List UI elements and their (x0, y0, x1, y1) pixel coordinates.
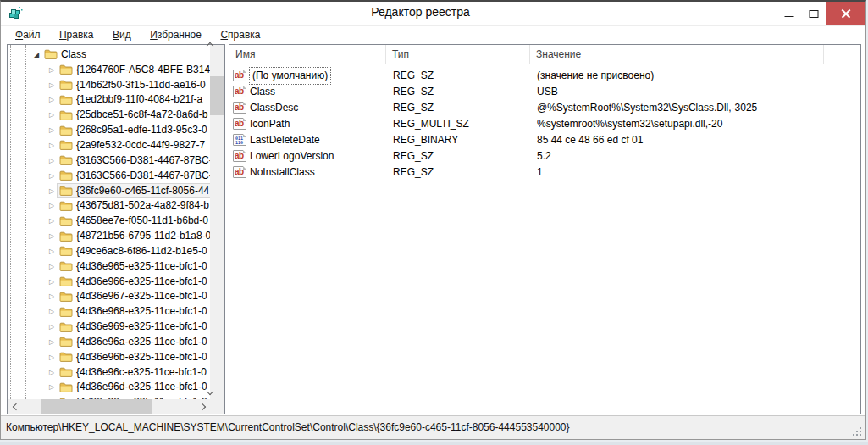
tree-expander-icon[interactable] (47, 245, 57, 257)
tree-item[interactable]: {1ed2bbf9-11f0-4084-b21f-a (8, 92, 210, 108)
tree-vertical-scrollbar[interactable] (210, 45, 224, 399)
tree-item[interactable]: {4658ee7e-f050-11d1-b6bd-0 (8, 213, 210, 228)
tree-horizontal-scrollbar[interactable] (8, 399, 210, 414)
column-header-value[interactable]: Значение (530, 45, 824, 64)
tree-item-label: {14b62f50-3f15-11dd-ae16-0 (76, 79, 206, 91)
registry-value-row[interactable]: Class REG_SZ USB (229, 84, 860, 100)
value-data: %systemroot%\system32\setupapi.dll,-20 (537, 116, 857, 132)
tree-item[interactable]: {25dbce51-6c8f-4a72-8a6d-b (8, 107, 210, 122)
vertical-scrollbar-thumb[interactable] (210, 76, 224, 115)
value-name: NoInstallClass (250, 164, 384, 181)
value-type: REG_MULTI_SZ (393, 116, 527, 132)
tree-expander-icon[interactable] (47, 214, 57, 226)
tree-item[interactable]: {4d36e96d-e325-11ce-bfc1-0 (8, 380, 210, 395)
scroll-right-button[interactable] (196, 399, 210, 414)
tree-item[interactable]: {3163C566-D381-4467-87BC- (8, 153, 210, 168)
column-header-row: Имя Тип Значение (229, 45, 860, 64)
tree-item[interactable]: {14b62f50-3f15-11dd-ae16-0 (8, 77, 210, 92)
tree-expander-icon[interactable] (47, 124, 57, 136)
value-name: LowerLogoVersion (250, 148, 384, 164)
tree-item-label: {2a9fe532-0cdc-44f9-9827-7 (76, 139, 205, 151)
tree-item-label: {4d36e966-e325-11ce-bfc1-0 (76, 275, 207, 287)
registry-value-row[interactable]: (По умолчанию) REG_SZ (значение не присв… (229, 68, 860, 84)
tree-item[interactable]: {4d36e966-e325-11ce-bfc1-0 (8, 274, 210, 289)
title-bar[interactable]: Редактор реестра (1, 2, 865, 25)
tree-expander-icon[interactable] (47, 366, 57, 378)
value-name: IconPath (250, 116, 384, 132)
folder-icon (59, 94, 73, 105)
tree-item[interactable]: {48721b56-6795-11d2-b1a8-0 (8, 228, 210, 243)
tree-item[interactable]: {43675d81-502a-4a82-9f84-b (8, 197, 210, 213)
tree-item[interactable]: {2a9fe532-0cdc-44f9-9827-7 (8, 137, 210, 153)
registry-value-row[interactable]: ClassDesc REG_SZ @%SystemRoot%\System32\… (229, 100, 860, 116)
tree-expander-icon[interactable] (47, 154, 57, 166)
tree-expander-icon[interactable] (47, 139, 57, 151)
folder-icon (44, 48, 58, 59)
tree-item[interactable]: Class (8, 47, 210, 62)
minimize-icon (784, 16, 793, 17)
menu-bar: Файл Правка Вид Избранное Справка (1, 25, 865, 44)
column-header-type[interactable]: Тип (386, 45, 530, 64)
string-value-icon (233, 118, 246, 130)
tree-item-label: Class (61, 48, 86, 60)
tree-expander-icon[interactable] (47, 230, 57, 242)
tree-item[interactable]: {4d36e968-e325-11ce-bfc1-0 (8, 303, 210, 319)
tree-expander-icon[interactable] (47, 260, 57, 272)
registry-value-row[interactable]: NoInstallClass REG_SZ 1 (229, 164, 860, 181)
scroll-up-button[interactable] (210, 45, 224, 59)
registry-value-row[interactable]: LastDeleteDate REG_BINARY 85 44 ce 48 66… (229, 132, 860, 148)
tree-expander-icon[interactable] (47, 108, 57, 120)
menu-item[interactable]: Вид (105, 26, 139, 41)
value-type: REG_SZ (393, 148, 527, 164)
resize-grip-icon[interactable] (853, 426, 862, 436)
tree-expander-icon[interactable] (47, 290, 57, 302)
tree-item[interactable]: {4d36e969-e325-11ce-bfc1-0 (8, 319, 210, 334)
menu-item[interactable]: Правка (52, 26, 102, 41)
column-header-name[interactable]: Имя (229, 45, 386, 64)
tree-expander-icon[interactable] (47, 336, 57, 348)
tree-expander-icon[interactable] (47, 199, 57, 211)
tree-item-label: {25dbce51-6c8f-4a72-8a6d-b (76, 108, 207, 120)
maximize-button[interactable] (801, 2, 826, 25)
tree-item-label: {4d36e96a-e325-11ce-bfc1-0 (76, 336, 207, 348)
tree-expander-icon[interactable] (47, 93, 57, 105)
horizontal-scrollbar-thumb[interactable] (41, 399, 152, 414)
folder-icon (59, 231, 73, 242)
tree-expander-icon[interactable] (47, 79, 57, 91)
tree-item[interactable]: {4d36e965-e325-11ce-bfc1-0 (8, 259, 210, 274)
tree-expander-icon[interactable] (47, 64, 57, 75)
tree-item[interactable]: {36fc9e60-c465-11cf-8056-44 (8, 183, 210, 198)
minimize-button[interactable] (777, 2, 801, 25)
tree-expander-icon[interactable] (47, 320, 57, 332)
folder-icon (59, 200, 73, 211)
scroll-left-button[interactable] (8, 399, 22, 414)
string-value-icon (233, 70, 246, 81)
tree-item[interactable]: {1264760F-A5C8-4BFE-B314- (8, 62, 210, 77)
menu-item[interactable]: Справка (213, 26, 268, 41)
menu-item[interactable]: Файл (8, 26, 48, 41)
tree-expander-icon[interactable] (47, 185, 57, 197)
tree-expander-icon[interactable] (47, 351, 57, 363)
tree-item-label: {4d36e968-e325-11ce-bfc1-0 (76, 305, 207, 317)
tree-item[interactable]: {4d36e96a-e325-11ce-bfc1-0 (8, 334, 210, 349)
folder-icon (59, 109, 73, 120)
tree-item[interactable]: {268c95a1-edfe-11d3-95c3-0 (8, 122, 210, 137)
tree-item[interactable]: {4d36e96c-e325-11ce-bfc1-0 (8, 364, 210, 380)
tree-expander-icon[interactable] (31, 48, 41, 60)
tree-expander-icon[interactable] (47, 381, 57, 392)
tree-expander-icon[interactable] (47, 305, 57, 317)
tree-item-label: {4d36e967-e325-11ce-bfc1-0 (76, 290, 207, 302)
tree-item[interactable]: {49ce6ac8-6f86-11d2-b1e5-0 (8, 243, 210, 259)
folder-icon (59, 170, 73, 181)
tree-item[interactable]: {4d36e967-e325-11ce-bfc1-0 (8, 289, 210, 304)
scroll-down-button[interactable] (210, 385, 224, 399)
registry-value-row[interactable]: IconPath REG_MULTI_SZ %systemroot%\syste… (229, 116, 860, 132)
string-value-icon (233, 102, 246, 114)
tree-item[interactable]: {4d36e96b-e325-11ce-bfc1-0 (8, 349, 210, 364)
registry-value-row[interactable]: LowerLogoVersion REG_SZ 5.2 (229, 148, 860, 164)
menu-item[interactable]: Избранное (142, 26, 209, 41)
tree-expander-icon[interactable] (47, 170, 57, 181)
tree-item[interactable]: {3163C566-D381-4467-87BC- (8, 168, 210, 183)
tree-expander-icon[interactable] (47, 275, 57, 287)
close-button[interactable] (826, 2, 865, 25)
